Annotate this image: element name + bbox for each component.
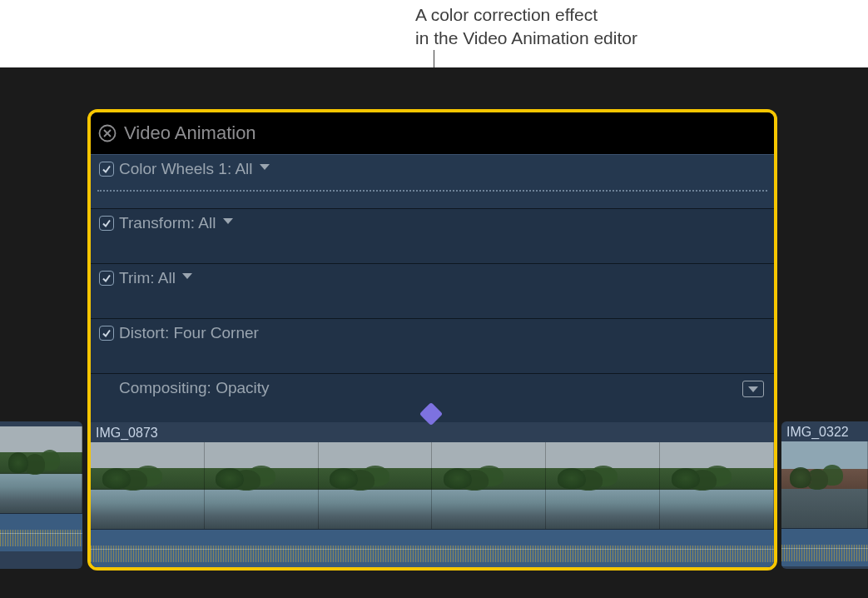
thumbnail: [91, 442, 205, 529]
effect-row[interactable]: Color Wheels 1: All: [91, 154, 774, 209]
thumbnail: [432, 442, 546, 529]
caption-line-2: in the Video Animation editor: [415, 27, 637, 50]
expand-keyframe-icon[interactable]: [742, 381, 764, 397]
keyframe-playhead-marker[interactable]: [419, 402, 443, 426]
effect-enable-checkbox[interactable]: [99, 326, 114, 341]
clip-label: IMG_0322: [781, 421, 868, 441]
thumbnail: [205, 442, 319, 529]
effect-row[interactable]: Transform: All: [91, 209, 774, 264]
clip-thumbnails: [91, 442, 774, 529]
effect-enable-checkbox[interactable]: [99, 271, 114, 286]
thumbnail: [546, 442, 660, 529]
effect-enable-checkbox[interactable]: [99, 216, 114, 231]
thumbnail: [0, 426, 82, 513]
panel-title: Video Animation: [124, 122, 256, 144]
effect-label: Trim: All: [119, 269, 176, 287]
effect-label: Compositing: Opacity: [119, 379, 270, 397]
thumbnail: [781, 441, 868, 528]
caption: A color correction effect in the Video A…: [415, 3, 637, 50]
thumbnail: [319, 442, 433, 529]
panel-header: Video Animation: [91, 112, 774, 154]
chevron-down-icon[interactable]: [260, 164, 270, 170]
video-animation-panel: Video Animation Color Wheels 1: AllTrans…: [87, 109, 777, 571]
keyframe-track-line[interactable]: [97, 190, 767, 192]
effect-row[interactable]: Trim: All: [91, 264, 774, 319]
effect-label: Color Wheels 1: All: [119, 160, 253, 178]
effect-row[interactable]: Distort: Four Corner: [91, 319, 774, 374]
clip-thumbnails: [0, 426, 82, 513]
clip-label: IMG_0873: [96, 426, 158, 440]
audio-waveform[interactable]: [0, 513, 82, 551]
effect-row-compositing[interactable]: Compositing: Opacity: [91, 374, 774, 422]
thumbnail: [660, 442, 774, 529]
caption-line-1: A color correction effect: [415, 3, 637, 27]
close-icon[interactable]: [97, 123, 117, 143]
clip-thumbnails: [781, 441, 868, 528]
audio-waveform[interactable]: [91, 529, 774, 567]
effect-label: Transform: All: [119, 214, 216, 232]
timeline-clip-right[interactable]: IMG_0322: [781, 421, 868, 569]
effect-label: Distort: Four Corner: [119, 324, 259, 342]
timeline-clip-left[interactable]: [0, 421, 82, 569]
effect-enable-checkbox[interactable]: [99, 162, 114, 177]
audio-waveform[interactable]: [781, 528, 868, 566]
panel-clip-area[interactable]: IMG_0873: [91, 422, 774, 567]
chevron-down-icon[interactable]: [223, 218, 233, 224]
chevron-down-icon[interactable]: [182, 273, 192, 279]
